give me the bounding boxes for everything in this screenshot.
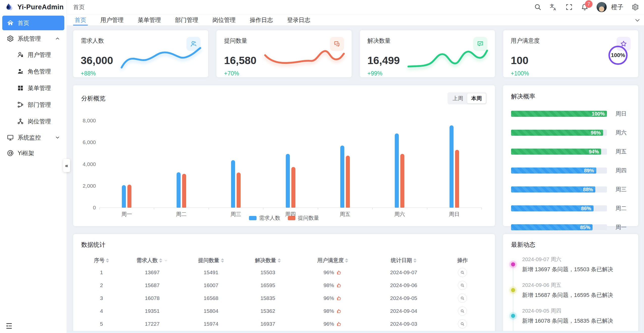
cell-demand: 15687 [122, 282, 183, 288]
search-icon[interactable] [534, 3, 542, 11]
sort-carets-icon[interactable] [345, 258, 348, 263]
fullscreen-icon[interactable] [565, 3, 573, 11]
sort-carets-icon[interactable] [159, 258, 162, 263]
chart-title: 分析概览 [81, 94, 105, 102]
stat-title: 提问数量 [224, 37, 247, 45]
cell-asked: 16007 [183, 282, 239, 288]
progress-value: 85% [580, 225, 590, 230]
sidebar-fold-icon[interactable] [5, 322, 13, 330]
solve-row-周五: 94% 周五 [511, 148, 630, 155]
timeline-dot [511, 288, 515, 292]
progress-fill: 89% [511, 168, 596, 174]
view-detail-button[interactable] [458, 281, 467, 290]
progress-fill: 100% [511, 111, 607, 117]
cell-satisfaction: 98% [296, 308, 369, 314]
view-detail-button[interactable] [458, 319, 467, 328]
progress-track: 89% [511, 168, 607, 174]
translate-icon[interactable]: 文 A [550, 3, 557, 11]
tabbar-chevron-down-icon[interactable] [634, 17, 640, 23]
sidebar-item-label: Yi框架 [18, 149, 34, 157]
sidebar-item-label: 用户管理 [28, 51, 51, 59]
sidebar-item-部门管理[interactable]: 部门管理 [2, 97, 64, 113]
legend-item-提问数量[interactable]: 提问数量 [288, 214, 319, 221]
column-header-序号[interactable]: 序号 [81, 257, 122, 264]
thumb-up-icon [336, 321, 342, 327]
bar-需求人数-周二 [177, 172, 181, 208]
column-header-用户满意度[interactable]: 用户满意度 [296, 257, 369, 264]
tab-部门管理[interactable]: 部门管理 [174, 15, 200, 25]
column-label: 统计日期 [391, 257, 412, 264]
gear-icon [7, 35, 14, 42]
bar-提问数量-周四 [291, 167, 295, 208]
sort-carets-icon[interactable] [413, 258, 416, 263]
column-header-统计日期[interactable]: 统计日期 [369, 257, 438, 264]
username[interactable]: 橙子 [611, 3, 623, 11]
tabbar: 首页用户管理菜单管理部门管理岗位管理操作日志登录日志 [67, 15, 644, 26]
column-header-解决数量[interactable]: 解决数量 [239, 257, 296, 264]
grid-icon [17, 85, 24, 92]
topbar: 首页 文 A 7 橙子 [67, 0, 644, 14]
analysis-overview-card: 分析概览 上周 本周 02,0004,0006,0008,000周一周二周三周四… [73, 85, 495, 226]
sidebar-menu: 首页 系统管理 用户管理 角色管理 菜单管理 部门管理 岗位管理 系统监控 Yi… [0, 14, 67, 160]
view-detail-button[interactable] [458, 294, 467, 303]
bar-chart: 02,0004,0006,0008,000周一周二周三周四周五周六周日需求人数提… [81, 106, 487, 222]
column-label: 提问数量 [198, 257, 219, 264]
sidebar-item-label: 系统监控 [18, 134, 41, 142]
sort-carets-icon[interactable] [106, 258, 109, 263]
tab-操作日志[interactable]: 操作日志 [248, 15, 274, 25]
sidebar-collapse-button[interactable]: « [63, 159, 70, 172]
tab-菜单管理[interactable]: 菜单管理 [136, 15, 162, 25]
this-week-button[interactable]: 本周 [467, 93, 486, 103]
tab-用户管理[interactable]: 用户管理 [99, 15, 125, 25]
bar-需求人数-周日 [450, 125, 454, 208]
x-axis-tick [263, 208, 263, 209]
cell-solved: 15503 [239, 269, 296, 275]
sidebar-item-岗位管理[interactable]: 岗位管理 [2, 114, 64, 129]
bar-提问数量-周二 [182, 174, 186, 208]
sidebar-item-首页[interactable]: 首页 [2, 16, 64, 30]
breadcrumb: 首页 [73, 3, 85, 11]
sidebar-item-系统监控[interactable]: 系统监控 [2, 130, 64, 145]
logo-row[interactable]: Yi-PureAdmin [0, 0, 67, 14]
cell-no: 1 [81, 269, 122, 275]
sidebar-item-角色管理[interactable]: 角色管理 [2, 64, 64, 79]
thumb-up-icon [336, 308, 342, 314]
tab-登录日志[interactable]: 登录日志 [286, 15, 312, 25]
settings-gear-icon[interactable] [631, 3, 639, 11]
tab-首页[interactable]: 首页 [73, 15, 88, 25]
thumb-up-icon [336, 295, 342, 301]
sidebar-item-系统管理[interactable]: 系统管理 [2, 31, 64, 46]
sidebar-item-菜单管理[interactable]: 菜单管理 [2, 80, 64, 96]
avatar[interactable] [597, 2, 607, 12]
app-logo-drop-icon [5, 3, 14, 12]
magnifier-icon [460, 270, 465, 275]
sort-carets-icon[interactable] [221, 258, 224, 263]
filter-chevron-down-icon[interactable] [164, 258, 168, 263]
cell-demand: 13697 [122, 269, 183, 275]
horizontal-scrollbar[interactable] [0, 331, 644, 333]
sort-carets-icon[interactable] [278, 258, 281, 263]
last-week-button[interactable]: 上周 [449, 93, 467, 103]
view-detail-button[interactable] [458, 268, 467, 277]
x-axis-tick [482, 208, 482, 209]
view-detail-button[interactable] [458, 307, 467, 316]
legend-item-需求人数[interactable]: 需求人数 [249, 214, 280, 221]
sidebar-item-label: 系统管理 [18, 35, 41, 43]
sidebar-item-用户管理[interactable]: 用户管理 [2, 47, 64, 63]
at-icon [7, 150, 14, 157]
column-header-需求人数[interactable]: 需求人数 [122, 257, 183, 264]
magnifier-icon [460, 296, 465, 300]
tab-岗位管理[interactable]: 岗位管理 [211, 15, 237, 25]
progress-value: 100% [592, 111, 605, 117]
notifications-bell[interactable]: 7 [581, 3, 589, 11]
progress-value: 89% [584, 168, 594, 174]
progress-label: 周五 [615, 148, 630, 155]
sidebar-item-Yi框架[interactable]: Yi框架 [2, 146, 64, 160]
thumb-up-icon [336, 270, 342, 275]
timeline-dot [511, 262, 515, 266]
solve-row-周三: 88% 周三 [511, 186, 630, 193]
column-header-操作: 操作 [438, 257, 487, 264]
sidebar-item-label: 岗位管理 [28, 118, 51, 125]
column-header-提问数量[interactable]: 提问数量 [183, 257, 239, 264]
x-axis [99, 208, 482, 208]
